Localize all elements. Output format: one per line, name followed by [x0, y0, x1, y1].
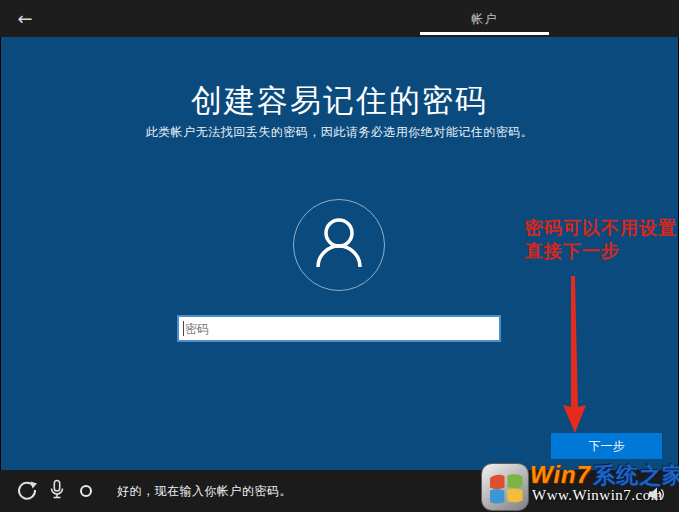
titlebar: ← 帐户	[0, 0, 679, 37]
tab-active-indicator	[420, 32, 549, 35]
oobe-setup-window: ← 帐户 创建容易记住的密码 此类帐户无法找回丢失的密码，因此请务必选用你绝对能…	[0, 0, 679, 512]
win7-logo-icon	[481, 463, 529, 511]
watermark-brand-suffix: 系统之家	[593, 463, 679, 488]
microphone-button[interactable]	[46, 470, 68, 512]
ease-of-access-icon	[16, 479, 38, 501]
annotation-line1: 密码可以不用设置	[525, 217, 679, 240]
volume-icon	[648, 487, 667, 502]
annotation-arrow-icon	[558, 276, 594, 436]
password-input[interactable]	[177, 315, 501, 342]
volume-button[interactable]	[647, 487, 667, 503]
assistant-text: 好的，现在输入你帐户的密码。	[117, 470, 292, 512]
back-arrow-icon: ←	[17, 8, 32, 29]
microphone-icon	[47, 479, 67, 501]
page-subtitle: 此类帐户无法找回丢失的密码，因此请务必选用你绝对能记住的密码。	[0, 124, 679, 141]
tab-account: 帐户	[420, 0, 549, 37]
annotation-line2: 直接下一步	[525, 240, 679, 263]
ease-of-access-button[interactable]	[14, 470, 40, 512]
listening-indicator-icon	[80, 485, 92, 497]
tab-account-label: 帐户	[472, 11, 498, 28]
person-icon	[294, 200, 384, 290]
back-button[interactable]: ←	[10, 4, 40, 32]
watermark-brand-win7: Win7	[530, 461, 591, 488]
text-caret	[183, 321, 184, 336]
avatar	[293, 199, 385, 291]
watermark-url: Www.Winwin7.com	[532, 487, 663, 504]
page-title: 创建容易记住的密码	[0, 80, 679, 122]
annotation-note: 密码可以不用设置 直接下一步	[525, 217, 679, 263]
next-button[interactable]: 下一步	[551, 433, 662, 459]
password-field-wrap	[177, 315, 501, 342]
